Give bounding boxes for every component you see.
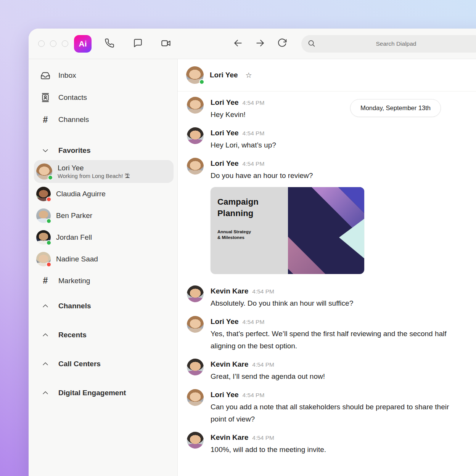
back-button[interactable]	[230, 36, 246, 52]
attachment-text-panel: Campaign Planning Annual Strategy & Mile…	[211, 187, 288, 274]
main-area: Inbox Contacts # Channels Favorites	[29, 59, 476, 476]
section-header-label: Favorites	[58, 146, 90, 155]
favorite-name: Nadine Saad	[56, 255, 98, 263]
attachment-subtitle-line1: Annual Strategy	[217, 229, 283, 235]
attachment-title-line2: Planning	[217, 208, 283, 219]
section-digital-engagement[interactable]: Digital Engagement	[29, 378, 177, 407]
favorite-item-nadine-saad[interactable]: Nadine Saad	[29, 248, 177, 270]
message-time: 4:54 PM	[243, 389, 265, 401]
avatar	[36, 187, 51, 201]
presence-online-dot	[46, 218, 51, 224]
avatar	[186, 66, 204, 84]
message-text: Hey Kevin!	[211, 109, 264, 121]
section-label: Digital Engagement	[58, 389, 126, 397]
attachment-artwork	[288, 187, 364, 274]
avatar	[36, 163, 52, 180]
refresh-button[interactable]	[274, 36, 290, 52]
window-controls	[38, 40, 68, 47]
contacts-icon	[40, 93, 51, 103]
favorite-name: Marketing	[58, 277, 90, 285]
attachment-campaign-planning[interactable]: Campaign Planning Annual Strategy & Mile…	[211, 187, 364, 274]
phone-button[interactable]	[101, 36, 117, 52]
favorite-name: Claudia Aguirre	[56, 190, 106, 198]
message-time: 4:54 PM	[243, 158, 265, 170]
hash-icon: #	[40, 276, 51, 286]
message-sender: Lori Yee	[211, 97, 239, 108]
arrow-right-icon	[255, 38, 265, 50]
favorite-item-claudia-aguirre[interactable]: Claudia Aguirre	[29, 183, 177, 205]
favorite-item-marketing[interactable]: # Marketing	[29, 270, 177, 292]
chevron-up-icon	[40, 389, 51, 397]
favorite-name: Jordan Fell	[56, 233, 92, 242]
presence-online-dot	[199, 79, 204, 85]
section-label: Channels	[58, 302, 91, 310]
sidebar: Inbox Contacts # Channels Favorites	[29, 59, 178, 476]
video-call-button[interactable]	[158, 36, 174, 52]
message-text: Absolutely. Do you think an hour will su…	[211, 297, 353, 309]
search-bar[interactable]	[301, 35, 476, 53]
chevron-up-icon	[40, 302, 51, 310]
avatar	[187, 359, 204, 375]
avatar	[187, 158, 204, 175]
avatar	[36, 230, 51, 245]
chevron-up-icon	[40, 331, 51, 339]
message-list[interactable]: Monday, September 13th Lori Yee 4:54 PM …	[178, 91, 476, 476]
message: Kevin Kare 4:54 PM Great, I’ll send the …	[187, 359, 476, 383]
message: Lori Yee 4:54 PM Do you have an hour to …	[187, 158, 476, 182]
avatar	[36, 208, 51, 223]
message-time: 4:54 PM	[252, 359, 274, 370]
message: Kevin Kare 4:54 PM 100%, will add to the…	[187, 432, 476, 456]
conversation-title: Lori Yee	[210, 71, 238, 79]
message-sender: Kevin Kare	[211, 285, 248, 297]
dialpad-ai-logo[interactable]: Ai	[74, 35, 92, 53]
favorite-name: Lori Yee	[58, 164, 130, 172]
section-recents[interactable]: Recents	[29, 321, 177, 349]
message-time: 4:54 PM	[252, 432, 274, 444]
message-text: Do you have an hour to review?	[211, 170, 313, 182]
inbox-icon	[40, 71, 51, 80]
message-sender: Lori Yee	[211, 316, 239, 327]
presence-busy-dot	[46, 262, 51, 267]
message: Lori Yee 4:54 PM Yes, that’s perfect. We…	[187, 316, 476, 352]
message-sender: Lori Yee	[211, 127, 239, 139]
presence-online-dot	[48, 175, 53, 180]
avatar	[187, 389, 204, 406]
attachment-title-line1: Campaign	[217, 196, 283, 208]
refresh-icon	[277, 38, 287, 50]
nav-controls	[230, 36, 290, 52]
window-control-dot[interactable]	[38, 40, 45, 47]
window-control-dot[interactable]	[62, 40, 68, 47]
favorite-star-icon[interactable]: ☆	[246, 71, 252, 80]
favorites-section-header[interactable]: Favorites	[29, 142, 177, 159]
sidebar-item-contacts[interactable]: Contacts	[29, 87, 177, 109]
hash-icon: #	[40, 115, 51, 125]
message: Kevin Kare 4:54 PM Absolutely. Do you th…	[187, 285, 476, 309]
message-text: Great, I’ll send the agenda out now!	[211, 370, 325, 383]
chevron-up-icon	[40, 360, 51, 368]
titlebar-actions	[101, 36, 174, 52]
section-label: Recents	[58, 331, 87, 339]
avatar	[187, 127, 204, 144]
section-call-centers[interactable]: Call Centers	[29, 349, 177, 378]
sidebar-item-label: Channels	[58, 115, 89, 124]
section-channels[interactable]: Channels	[29, 292, 177, 321]
sidebar-item-inbox[interactable]: Inbox	[29, 64, 177, 87]
avatar	[187, 432, 204, 449]
favorite-name: Ben Parker	[56, 212, 92, 220]
message-text: Hey Lori, what’s up?	[211, 139, 276, 151]
favorite-item-lori-yee[interactable]: Lori Yee Working from Long Beach! 🏝	[34, 160, 174, 183]
search-input[interactable]	[315, 40, 476, 47]
sidebar-item-channels[interactable]: # Channels	[29, 109, 177, 131]
favorite-item-jordan-fell[interactable]: Jordan Fell	[29, 226, 177, 248]
video-camera-icon	[161, 38, 171, 50]
avatar	[36, 252, 51, 266]
date-separator: Monday, September 13th	[350, 99, 441, 117]
message-sender: Kevin Kare	[211, 432, 248, 443]
window-control-dot[interactable]	[50, 40, 56, 47]
message-time: 4:54 PM	[243, 128, 265, 139]
forward-button[interactable]	[252, 36, 268, 52]
message-text: Can you add a note that all stakeholders…	[211, 401, 453, 425]
favorite-item-ben-parker[interactable]: Ben Parker	[29, 205, 177, 226]
conversation-header: Lori Yee ☆	[178, 59, 476, 91]
messages-button[interactable]	[130, 36, 146, 52]
